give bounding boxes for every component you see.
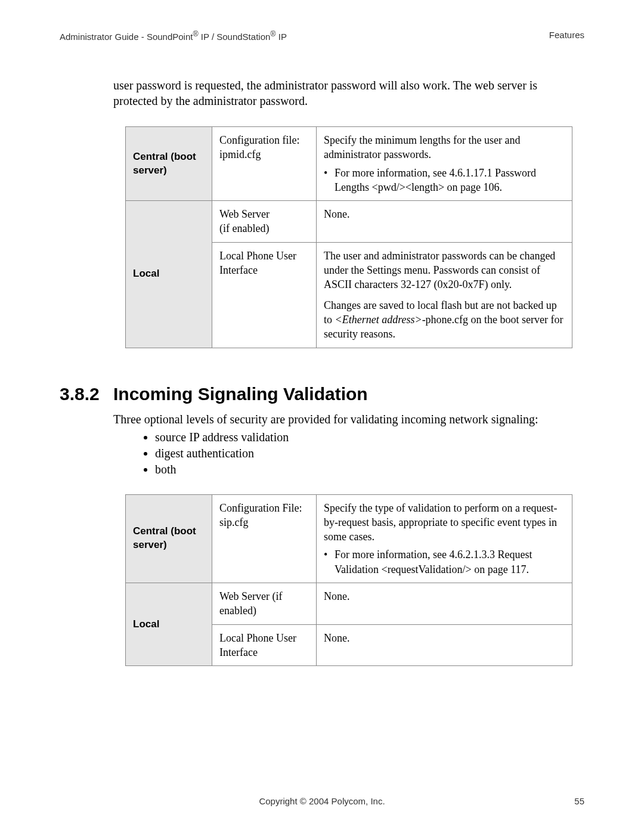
- row-label-central: Central (boot server): [126, 494, 212, 583]
- cell-description: Specify the type of validation to perfor…: [317, 494, 572, 583]
- config-table-1: Central (boot server) Configuration file…: [125, 126, 572, 348]
- page-footer: Copyright © 2004 Polycom, Inc. 55: [60, 796, 584, 806]
- page-header: Administrator Guide - SoundPoint® IP / S…: [60, 30, 584, 42]
- cell-web-server: Web Server (if enabled): [212, 583, 317, 625]
- section-title: Incoming Signaling Validation: [113, 384, 368, 404]
- section-heading: 3.8.2Incoming Signaling Validation: [60, 384, 584, 404]
- table-row: Central (boot server) Configuration File…: [126, 494, 572, 583]
- row-label-central: Central (boot server): [126, 127, 212, 201]
- cell-config-file: Configuration File: sip.cfg: [212, 494, 317, 583]
- intro-paragraph: user password is requested, the administ…: [113, 78, 584, 109]
- page-number: 55: [574, 796, 584, 806]
- header-left: Administrator Guide - SoundPoint® IP / S…: [60, 30, 287, 42]
- cell-web-server: Web Server (if enabled): [212, 201, 317, 243]
- section-number: 3.8.2: [60, 384, 113, 404]
- list-item: digest authentication: [155, 445, 584, 462]
- list-item: both: [155, 462, 584, 478]
- section-paragraph: Three optional levels of security are pr…: [113, 411, 584, 427]
- security-levels-list: source IP address validation digest auth…: [137, 429, 584, 478]
- cell-description: None.: [317, 583, 572, 625]
- document-page: Administrator Guide - SoundPoint® IP / S…: [0, 0, 644, 833]
- config-table-2: Central (boot server) Configuration File…: [125, 494, 572, 667]
- table-row: Local Web Server (if enabled) None.: [126, 201, 572, 243]
- cell-description: The user and administrator passwords can…: [317, 242, 572, 348]
- table-row: Central (boot server) Configuration file…: [126, 127, 572, 201]
- cell-config-file: Configuration file: ipmid.cfg: [212, 127, 317, 201]
- header-right: Features: [549, 30, 584, 42]
- cell-local-phone-ui: Local Phone User Interface: [212, 624, 317, 666]
- row-label-local: Local: [126, 201, 212, 348]
- copyright: Copyright © 2004 Polycom, Inc.: [259, 796, 385, 806]
- bullet-icon: •: [324, 166, 335, 195]
- cell-description: Specify the minimum lengths for the user…: [317, 127, 572, 201]
- cell-description: None.: [317, 201, 572, 243]
- list-item: source IP address validation: [155, 429, 584, 445]
- cell-description: None.: [317, 624, 572, 666]
- cell-local-phone-ui: Local Phone User Interface: [212, 242, 317, 348]
- table-row: Local Web Server (if enabled) None.: [126, 583, 572, 625]
- row-label-local: Local: [126, 583, 212, 666]
- bullet-icon: •: [324, 547, 335, 577]
